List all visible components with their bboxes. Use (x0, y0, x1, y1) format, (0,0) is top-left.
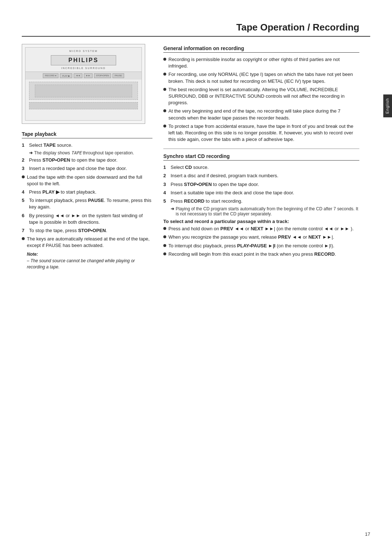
bullet-dot-g2 (163, 73, 166, 76)
synchro-step-5-content: Press RECORD to start recording. (171, 198, 359, 204)
arrow-sym: ➜ (29, 150, 33, 155)
device-incredible: INCREDIBLE SURROUND (25, 67, 142, 69)
btn-ff: ►► (84, 73, 93, 78)
bullet-protect: To protect a tape from accidental erasur… (163, 123, 359, 143)
step-3-num: 3 (22, 165, 27, 172)
bullet-level-text: The best recording level is set automati… (168, 86, 359, 106)
tape-playback-steps: 1 Select TAPE source. (22, 142, 152, 149)
step-1-content: Select TAPE source. (29, 142, 152, 149)
step-1-arrow-note: ➜ The display shows TAPE throughout tape… (29, 150, 152, 155)
synchro-step-1-num: 1 (163, 164, 168, 171)
tape-playback-steps-2-3: 2 Press STOP•OPEN to open the tape door.… (22, 157, 152, 172)
device-inner: MICRO SYSTEM PHILIPS INCREDIBLE SURROUND… (25, 47, 142, 121)
special-bullet-4-text: Recording will begin from this exact poi… (168, 251, 359, 258)
step-1: 1 Select TAPE source. (22, 142, 152, 149)
btn-stop: STOP•OPEN (94, 73, 111, 78)
step-7: 7 To stop the tape, press STOP•OPEN. (22, 227, 152, 234)
bullet-dot-g3 (163, 88, 166, 91)
bullet-dot-g1 (163, 58, 166, 61)
synchro-step-3-content: Press STOP•OPEN to open the tape door. (171, 181, 359, 188)
synchro-special-bullets: Press and hold down on PREV ◄◄ or NEXT ►… (163, 226, 359, 258)
synchro-step-5-num: 5 (163, 198, 168, 204)
special-bullet-3-text: To interrupt disc playback, press PLAY•P… (168, 243, 359, 249)
special-bullet-4: Recording will begin from this exact poi… (163, 251, 359, 258)
note-title: Note: (27, 252, 152, 257)
bullet-copyright-text: Recording is permissible insofar as copy… (168, 56, 359, 69)
step-7-content: To stop the tape, press STOP•OPEN. (29, 227, 152, 234)
note-section: Note: – The sound source cannot be chang… (27, 252, 152, 270)
page-container: English Tape Operation / Recording MICRO… (0, 0, 392, 555)
step-1-num: 1 (22, 142, 27, 149)
step-4-content: Press PLAY ▶ to start playback. (29, 189, 152, 195)
special-bullet-2: When you recognize the passage you want,… (163, 234, 359, 240)
step-4-num: 4 (22, 189, 27, 195)
bullet-load-tape: Load the tape with the open side downwar… (22, 174, 152, 187)
synchro-step-2-num: 2 (163, 173, 168, 179)
step-6-num: 6 (22, 212, 27, 226)
bullet-dot-s3 (163, 244, 166, 247)
tape-playback-steps-4-7: 4 Press PLAY ▶ to start playback. 5 To i… (22, 189, 152, 234)
synchro-step-4-content: Insert a suitable tape into the deck and… (171, 190, 359, 196)
synchro-step-2-content: Insert a disc and if desired, program tr… (171, 173, 359, 179)
left-column: MICRO SYSTEM PHILIPS INCREDIBLE SURROUND… (22, 44, 152, 270)
synchro-step-1: 1 Select CD source. (163, 164, 359, 171)
general-info-heading: General information on recording (163, 45, 359, 53)
device-micro-system: MICRO SYSTEM (25, 50, 142, 52)
step-5-num: 5 (22, 197, 27, 210)
bullet-copyright: Recording is permissible insofar as copy… (163, 56, 359, 69)
special-bullet-3: To interrupt disc playback, press PLAY•P… (163, 243, 359, 249)
synchro-arrow-note-text: Playing of the CD program starts automat… (176, 206, 359, 216)
device-tape-inner (35, 85, 132, 97)
synchro-step-3: 3 Press STOP•OPEN to open the tape door. (163, 181, 359, 188)
synchro-step-2: 2 Insert a disc and if desired, program … (163, 173, 359, 179)
btn-rew: ◄◄ (74, 73, 82, 78)
synchro-step-3-num: 3 (163, 181, 168, 188)
step-1-note-text: The display shows TAPE throughout tape o… (34, 150, 134, 155)
main-content: MICRO SYSTEM PHILIPS INCREDIBLE SURROUND… (22, 44, 370, 270)
synchro-steps: 1 Select CD source. 2 Insert a disc and … (163, 164, 359, 204)
note-text: – The sound source cannot be changed whi… (27, 258, 152, 270)
step-5: 5 To interrupt playback, press PAUSE. To… (22, 197, 152, 210)
right-column: General information on recording Recordi… (163, 44, 359, 270)
synchro-section: Synchro start CD recording 1 Select CD s… (163, 153, 359, 258)
section-divider (163, 149, 359, 149)
bullet-keys-auto-text: The keys are automatically released at t… (27, 236, 152, 249)
device-brand: PHILIPS (51, 55, 116, 65)
synchro-step-1-content: Select CD source. (171, 164, 359, 171)
synchro-arrow-note: ➜ Playing of the CD program starts autom… (171, 206, 359, 216)
btn-record: RECORD ● (43, 73, 58, 78)
btn-play: PLAY ▶ (60, 73, 72, 78)
special-bullet-1: Press and hold down on PREV ◄◄ or NEXT ►… (163, 226, 359, 232)
bullet-normal-tape-text: For recording, use only NORMAL (IEC type… (168, 71, 359, 84)
bullet-level: The best recording level is set automati… (163, 86, 359, 106)
synchro-heading: Synchro start CD recording (163, 153, 359, 161)
step-7-num: 7 (22, 227, 27, 234)
general-info-section: General information on recording Recordi… (163, 45, 359, 143)
bullet-dot-s1 (163, 227, 166, 230)
device-controls-row: RECORD ● PLAY ▶ ◄◄ ►► STOP•OPEN PAUSE (25, 72, 142, 80)
device-illustration: MICRO SYSTEM PHILIPS INCREDIBLE SURROUND… (22, 44, 145, 124)
bullet-protect-text: To protect a tape from accidental erasur… (168, 123, 359, 143)
tape-playback-bullets: Load the tape with the open side downwar… (22, 174, 152, 187)
synchro-step-4-num: 4 (163, 190, 168, 196)
step-2-content: Press STOP•OPEN to open the tape door. (29, 157, 152, 163)
device-bottom-strip (29, 102, 138, 109)
synchro-step-4: 4 Insert a suitable tape into the deck a… (163, 190, 359, 196)
step-3-content: Insert a recorded tape and close the tap… (29, 165, 152, 172)
bullet-keys-auto: The keys are automatically released at t… (22, 236, 152, 249)
synchro-step-5: 5 Press RECORD to start recording. (163, 198, 359, 204)
step-2-num: 2 (22, 157, 27, 163)
bullet-dot-s4 (163, 252, 166, 255)
bullet-load-tape-text: Load the tape with the open side downwar… (27, 174, 152, 187)
page-title: Tape Operation / Recording (22, 22, 370, 37)
bullet-dot-g5 (163, 125, 166, 127)
step-4: 4 Press PLAY ▶ to start playback. (22, 189, 152, 195)
step-2: 2 Press STOP•OPEN to open the tape door. (22, 157, 152, 163)
tape-playback-heading: Tape playback (22, 131, 152, 138)
english-tab: English (383, 94, 392, 117)
bullet-normal-tape: For recording, use only NORMAL (IEC type… (163, 71, 359, 84)
general-info-bullets: Recording is permissible insofar as copy… (163, 56, 359, 143)
special-bullet-1-text: Press and hold down on PREV ◄◄ or NEXT ►… (168, 226, 359, 232)
step-6-content: By pressing ◄◄ or ►► on the system fast … (29, 212, 152, 226)
step-3: 3 Insert a recorded tape and close the t… (22, 165, 152, 172)
